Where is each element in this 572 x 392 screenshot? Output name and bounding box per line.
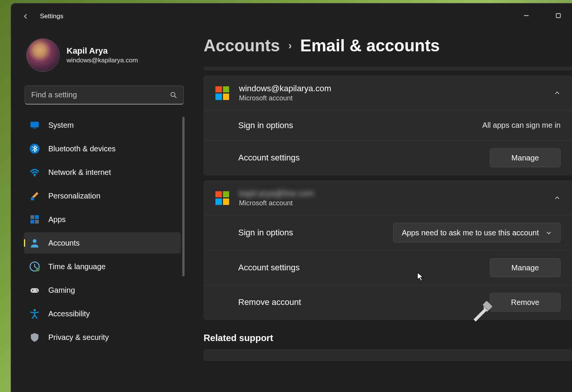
account-row-settings: Account settingsManage: [204, 250, 572, 285]
account-header[interactable]: kapil.arya@live.com Microsoft account: [204, 181, 572, 215]
svg-point-13: [33, 239, 37, 243]
maximize-button[interactable]: [551, 10, 566, 22]
svg-rect-9: [30, 215, 34, 219]
profile-name: Kapil Arya: [67, 46, 138, 56]
svg-rect-1: [556, 14, 561, 18]
minimize-button[interactable]: [519, 10, 534, 22]
apps-icon: [29, 214, 40, 225]
sidebar-item-label: Apps: [48, 215, 66, 224]
maximize-icon: [556, 13, 561, 18]
sidebar-item-accounts[interactable]: Accounts: [24, 232, 181, 254]
nav: SystemBluetooth & devicesNetwork & inter…: [24, 114, 185, 388]
sidebar-item-time[interactable]: Time & language: [24, 256, 181, 277]
search-input[interactable]: [31, 90, 170, 99]
content: Kapil Arya windows@kapilarya.com SystemB…: [11, 29, 572, 392]
window-controls: [519, 10, 566, 22]
account-type: Microsoft account: [239, 94, 554, 102]
svg-point-20: [33, 309, 36, 311]
chevron-up-icon: [554, 195, 561, 202]
wifi-icon: [29, 167, 40, 178]
account-row-signin-dd: Sign in optionsApps need to ask me to us…: [204, 215, 572, 250]
panel-sliver: [204, 67, 572, 70]
svg-rect-8: [31, 197, 34, 200]
profile-block[interactable]: Kapil Arya windows@kapilarya.com: [24, 33, 185, 83]
main: Accounts › Email & accounts windows@kapi…: [190, 29, 572, 392]
clock-icon: [29, 261, 40, 272]
sidebar-item-personalization[interactable]: Personalization: [24, 185, 181, 206]
sidebar-item-gaming[interactable]: Gaming: [24, 279, 181, 301]
sidebar-item-label: System: [48, 121, 74, 130]
back-button[interactable]: [18, 9, 33, 24]
sidebar-item-label: Personalization: [48, 192, 100, 200]
account-row-settings: Account settingsManage: [204, 140, 572, 175]
svg-line-3: [175, 96, 177, 98]
account-row-remove: Remove accountRemove: [204, 285, 572, 319]
account-panel: windows@kapilarya.com Microsoft account …: [204, 76, 572, 175]
sidebar-item-bluetooth[interactable]: Bluetooth & devices: [24, 138, 181, 159]
sidebar-item-accessibility[interactable]: Accessibility: [24, 303, 181, 324]
sidebar-item-label: Accounts: [48, 239, 80, 248]
row-label: Account settings: [215, 263, 490, 273]
breadcrumb-parent[interactable]: Accounts: [204, 36, 280, 55]
remove-button[interactable]: Remove: [490, 293, 561, 312]
svg-rect-10: [35, 215, 39, 219]
titlebar: Settings: [11, 3, 572, 29]
account-type: Microsoft account: [239, 199, 554, 207]
svg-point-18: [36, 289, 37, 290]
svg-rect-4: [30, 122, 39, 127]
brush-icon: [29, 190, 40, 201]
profile-email: windows@kapilarya.com: [67, 57, 138, 64]
avatar: [26, 38, 60, 72]
minimize-icon: [524, 13, 529, 18]
sidebar-item-label: Network & internet: [48, 168, 111, 177]
account-row-signin: Sign in optionsAll apps can sign me in: [204, 110, 572, 140]
signin-value: All apps can sign me in: [482, 121, 561, 130]
svg-point-19: [37, 291, 38, 292]
svg-rect-16: [30, 288, 39, 293]
row-label: Account settings: [215, 153, 490, 163]
accessibility-icon: [29, 308, 40, 319]
person-icon: [29, 238, 40, 248]
row-label: Sign in options: [215, 121, 482, 130]
account-email: kapil.arya@live.com: [239, 189, 554, 198]
chevron-up-icon: [554, 90, 561, 97]
account-email: windows@kapilarya.com: [239, 84, 554, 94]
bluetooth-icon: [29, 143, 40, 154]
svg-point-17: [32, 290, 33, 291]
nav-scrollbar[interactable]: [182, 117, 185, 276]
svg-point-7: [34, 175, 35, 176]
search-box[interactable]: [25, 86, 184, 105]
shield-icon: [29, 332, 40, 343]
sidebar-item-privacy[interactable]: Privacy & security: [24, 327, 181, 348]
sidebar-item-label: Bluetooth & devices: [48, 144, 116, 153]
svg-rect-5: [33, 128, 36, 129]
svg-rect-12: [35, 220, 39, 224]
settings-button[interactable]: Manage: [490, 148, 561, 167]
related-support-panel[interactable]: [204, 349, 572, 361]
sidebar: Kapil Arya windows@kapilarya.com SystemB…: [11, 29, 190, 392]
chevron-right-icon: ›: [288, 40, 292, 52]
sidebar-item-label: Time & language: [48, 262, 105, 271]
microsoft-logo-icon: [215, 191, 229, 205]
window-title: Settings: [40, 13, 63, 20]
settings-window: Settings Kapil Arya windows@kapilarya.co…: [11, 3, 572, 392]
svg-point-15: [36, 268, 40, 271]
monitor-icon: [29, 120, 40, 130]
gamepad-icon: [29, 285, 40, 295]
account-header[interactable]: windows@kapilarya.com Microsoft account: [204, 76, 572, 110]
signin-dropdown[interactable]: Apps need to ask me to use this account: [393, 223, 561, 243]
chevron-down-icon: [546, 230, 552, 236]
breadcrumb-current: Email & accounts: [300, 36, 440, 55]
account-panel: kapil.arya@live.com Microsoft account Si…: [204, 181, 572, 320]
settings-button[interactable]: Manage: [490, 258, 561, 277]
row-label: Remove account: [215, 297, 490, 307]
sidebar-item-label: Gaming: [48, 286, 75, 295]
svg-rect-11: [30, 220, 34, 224]
search-icon: [170, 91, 177, 99]
sidebar-item-system[interactable]: System: [24, 114, 181, 136]
sidebar-item-network[interactable]: Network & internet: [24, 162, 181, 183]
row-label: Sign in options: [215, 228, 393, 238]
sidebar-item-apps[interactable]: Apps: [24, 209, 181, 230]
microsoft-logo-icon: [215, 86, 229, 100]
arrow-left-icon: [21, 12, 30, 21]
